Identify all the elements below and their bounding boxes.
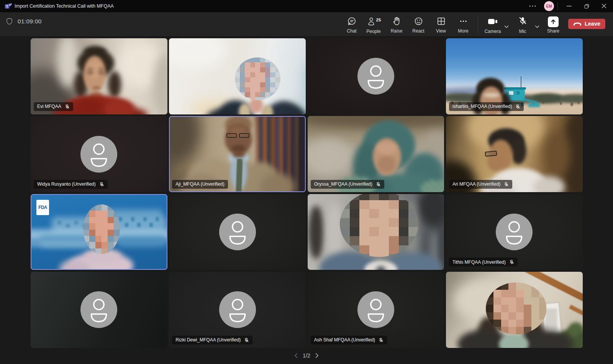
- svg-text:25: 25: [376, 18, 381, 22]
- svg-text:T: T: [6, 5, 8, 8]
